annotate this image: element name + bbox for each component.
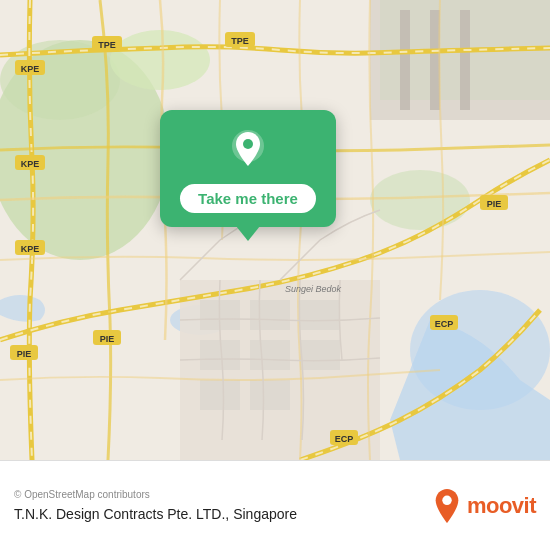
svg-rect-18 bbox=[400, 10, 410, 110]
svg-text:PIE: PIE bbox=[100, 334, 115, 344]
moovit-pin-icon bbox=[433, 489, 461, 523]
moovit-label: moovit bbox=[467, 493, 536, 519]
svg-point-43 bbox=[243, 139, 253, 149]
pin-icon bbox=[226, 128, 270, 172]
svg-text:ECP: ECP bbox=[435, 319, 454, 329]
svg-text:TPE: TPE bbox=[98, 40, 116, 50]
moovit-logo[interactable]: moovit bbox=[433, 489, 536, 523]
svg-rect-14 bbox=[300, 340, 340, 370]
copyright-text: © OpenStreetMap contributors bbox=[14, 489, 297, 500]
svg-point-3 bbox=[110, 30, 210, 90]
take-me-there-button[interactable]: Take me there bbox=[180, 184, 316, 213]
svg-point-5 bbox=[370, 170, 470, 230]
svg-text:KPE: KPE bbox=[21, 64, 40, 74]
info-left: © OpenStreetMap contributors T.N.K. Desi… bbox=[14, 489, 297, 522]
svg-rect-16 bbox=[250, 380, 290, 410]
svg-text:PIE: PIE bbox=[17, 349, 32, 359]
location-popup[interactable]: Take me there bbox=[160, 110, 336, 227]
svg-text:ECP: ECP bbox=[335, 434, 354, 444]
svg-text:TPE: TPE bbox=[231, 36, 249, 46]
svg-rect-15 bbox=[200, 380, 240, 410]
svg-text:Sungei Bedok: Sungei Bedok bbox=[285, 284, 342, 294]
info-bar: © OpenStreetMap contributors T.N.K. Desi… bbox=[0, 460, 550, 550]
map-container: TPE TPE KPE KPE KPE PIE PIE PIE ECP ECP … bbox=[0, 0, 550, 460]
svg-text:KPE: KPE bbox=[21, 159, 40, 169]
svg-text:KPE: KPE bbox=[21, 244, 40, 254]
svg-point-44 bbox=[442, 495, 451, 504]
map-background: TPE TPE KPE KPE KPE PIE PIE PIE ECP ECP … bbox=[0, 0, 550, 460]
location-name: T.N.K. Design Contracts Pte. LTD., Singa… bbox=[14, 506, 297, 522]
svg-rect-11 bbox=[300, 300, 340, 330]
svg-rect-20 bbox=[460, 10, 470, 110]
svg-rect-13 bbox=[250, 340, 290, 370]
svg-rect-10 bbox=[250, 300, 290, 330]
svg-text:PIE: PIE bbox=[487, 199, 502, 209]
